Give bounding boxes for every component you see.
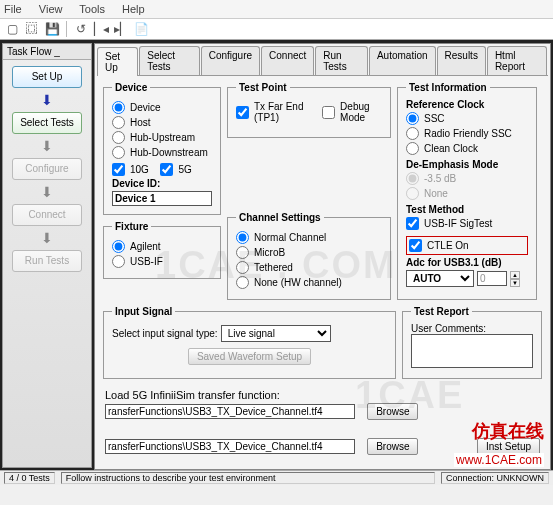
device-id-label: Device ID: [112, 178, 212, 189]
testpoint-debug-label: Debug Mode [340, 101, 382, 123]
refclock-radio-clean[interactable] [406, 142, 419, 155]
menubar: File View Tools Help [0, 0, 553, 19]
testpoint-tx-label: Tx Far End (TP1) [254, 101, 311, 123]
device-chk-5g[interactable] [160, 163, 173, 176]
signal-type-label: Select input signal type: [112, 328, 218, 339]
task-flow-panel: Task Flow _ Set Up ⬇ Select Tests ⬇ Conf… [2, 43, 92, 468]
deemph-radio-35db [406, 172, 419, 185]
tab-connect[interactable]: Connect [261, 46, 314, 75]
device-radio-device[interactable] [112, 101, 125, 114]
script-icon[interactable]: 📄 [133, 21, 149, 37]
deemph-none-label: None [424, 188, 448, 199]
device-chk-10g[interactable] [112, 163, 125, 176]
channel-settings-group: Channel Settings Normal Channel MicroB T… [227, 212, 391, 300]
save-icon[interactable]: 💾 [44, 21, 60, 37]
deemph-label: De-Emphasis Mode [406, 159, 528, 170]
spin-down-icon: ▼ [510, 279, 520, 287]
channel-radio-tethered[interactable] [236, 261, 249, 274]
tab-setup[interactable]: Set Up [97, 47, 138, 76]
device-radio-hub-downstream[interactable] [112, 146, 125, 159]
fixture-legend: Fixture [112, 221, 151, 232]
menu-file[interactable]: File [4, 3, 22, 15]
tab-run-tests[interactable]: Run Tests [315, 46, 368, 75]
test-report-legend: Test Report [411, 306, 472, 317]
ctle-label: CTLE On [427, 240, 469, 251]
input-signal-legend: Input Signal [112, 306, 175, 317]
arrow-down-icon: ⬇ [3, 184, 91, 200]
device-id-input[interactable] [112, 191, 212, 206]
browse-button-1[interactable]: Browse [367, 403, 418, 420]
device-radio-host-label: Host [130, 117, 151, 128]
adc-spin [477, 271, 507, 286]
refclock-ssc-label: SSC [424, 113, 445, 124]
tab-automation[interactable]: Automation [369, 46, 436, 75]
watermark-cn: 仿真在线 [472, 419, 544, 443]
status-hint: Follow instructions to describe your tes… [61, 472, 435, 484]
device-radio-hub-upstream[interactable] [112, 131, 125, 144]
device-chk-5g-label: 5G [178, 164, 191, 175]
transfer-path-1[interactable] [105, 404, 355, 419]
flag-left-icon[interactable]: ▏◂ [93, 21, 109, 37]
device-radio-host[interactable] [112, 116, 125, 129]
test-information-group: Test Information Reference Clock SSC Rad… [397, 82, 537, 300]
channel-legend: Channel Settings [236, 212, 324, 223]
fixture-usbif-label: USB-IF [130, 256, 163, 267]
device-radio-hubup-label: Hub-Upstream [130, 132, 195, 143]
step-run-tests: Run Tests [12, 250, 82, 272]
testmethod-label: Test Method [406, 204, 528, 215]
refclock-radio-ssc[interactable] [406, 112, 419, 125]
menu-view[interactable]: View [39, 3, 63, 15]
testpoint-group: Test Point Tx Far End (TP1) Debug Mode [227, 82, 391, 138]
fixture-radio-usbif[interactable] [112, 255, 125, 268]
ref-clock-label: Reference Clock [406, 99, 528, 110]
task-flow-title: Task Flow _ [3, 44, 91, 60]
arrow-down-icon: ⬇ [3, 138, 91, 154]
step-select-tests[interactable]: Select Tests [12, 112, 82, 134]
step-connect: Connect [12, 204, 82, 226]
flag-right-icon[interactable]: ▸▏ [113, 21, 129, 37]
channel-radio-none[interactable] [236, 276, 249, 289]
signal-type-select[interactable]: Live signal [221, 325, 331, 342]
refresh-icon[interactable]: ↺ [73, 21, 89, 37]
channel-radio-normal[interactable] [236, 231, 249, 244]
menu-help[interactable]: Help [122, 3, 145, 15]
testpoint-chk-debug[interactable] [322, 106, 335, 119]
transfer-path-2[interactable] [105, 439, 355, 454]
testpoint-legend: Test Point [236, 82, 290, 93]
testpoint-chk-tx[interactable] [236, 106, 249, 119]
device-group: Device Device Host Hub-Upstream Hub-Down… [103, 82, 221, 215]
device-radio-hubdown-label: Hub-Downstream [130, 147, 208, 158]
arrow-down-icon: ⬇ [3, 230, 91, 246]
refclock-clean-label: Clean Clock [424, 143, 478, 154]
step-configure: Configure [12, 158, 82, 180]
channel-none-label: None (HW channel) [254, 277, 342, 288]
content-panel: Set Up Select Tests Configure Connect Ru… [94, 43, 551, 470]
status-connection: Connection: UNKNOWN [441, 472, 549, 484]
open-icon[interactable]: ⿴ [24, 21, 40, 37]
saved-waveform-button: Saved Waveform Setup [188, 348, 311, 365]
arrow-down-icon: ⬇ [3, 92, 91, 108]
step-setup[interactable]: Set Up [12, 66, 82, 88]
spin-up-icon: ▲ [510, 271, 520, 279]
channel-radio-microb[interactable] [236, 246, 249, 259]
new-icon[interactable]: ▢ [4, 21, 20, 37]
channel-microb-label: MicroB [254, 247, 285, 258]
menu-tools[interactable]: Tools [79, 3, 105, 15]
chk-sigtest[interactable] [406, 217, 419, 230]
refclock-radio-label: Radio Friendly SSC [424, 128, 512, 139]
tab-select-tests[interactable]: Select Tests [139, 46, 199, 75]
tab-configure[interactable]: Configure [201, 46, 260, 75]
user-comments-textarea[interactable] [411, 334, 533, 368]
device-legend: Device [112, 82, 150, 93]
adc-label: Adc for USB3.1 (dB) [406, 257, 528, 268]
user-comments-label: User Comments: [411, 323, 533, 334]
fixture-agilent-label: Agilent [130, 241, 161, 252]
fixture-radio-agilent[interactable] [112, 240, 125, 253]
tab-results[interactable]: Results [437, 46, 486, 75]
adc-select[interactable]: AUTO [406, 270, 474, 287]
browse-button-2[interactable]: Browse [367, 438, 418, 455]
tab-html-report[interactable]: Html Report [487, 46, 547, 75]
refclock-radio-radio-friendly[interactable] [406, 127, 419, 140]
sigtest-label: USB-IF SigTest [424, 218, 492, 229]
chk-ctle-on[interactable] [409, 239, 422, 252]
